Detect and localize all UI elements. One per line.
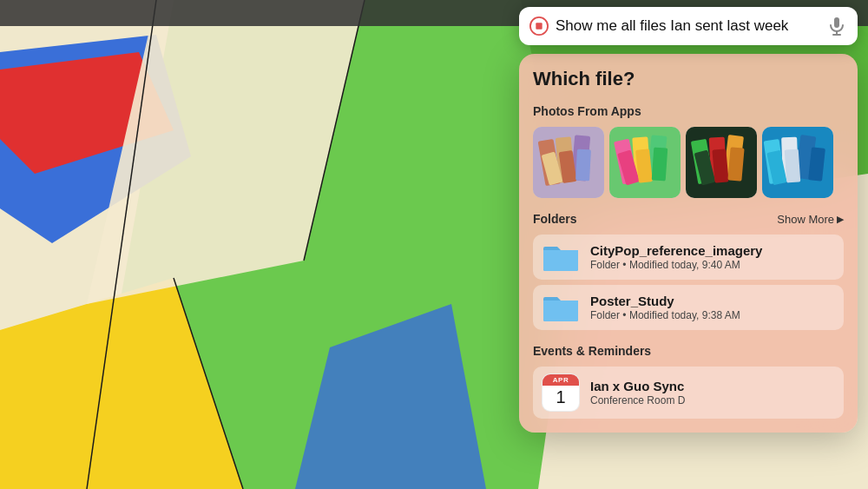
- search-input[interactable]: [556, 17, 819, 35]
- results-title: Which file?: [533, 68, 844, 90]
- mic-icon[interactable]: [826, 16, 847, 36]
- svg-rect-12: [536, 23, 542, 29]
- folder-meta-1: Folder • Modified today, 9:40 AM: [590, 259, 835, 271]
- folder-name-1: CityPop_reference_imagery: [590, 243, 835, 258]
- svg-rect-42: [785, 149, 801, 182]
- svg-rect-22: [575, 149, 591, 182]
- events-section-header: Events & Reminders: [533, 344, 844, 358]
- svg-rect-36: [727, 147, 744, 181]
- folder-meta-2: Folder • Modified today, 9:38 AM: [590, 309, 835, 321]
- stop-icon[interactable]: [529, 17, 549, 36]
- folder-name-2: Poster_Study: [590, 294, 835, 308]
- photos-section-title: Photos From Apps: [533, 104, 641, 118]
- folders-section-header: Folders Show More ▶: [533, 212, 844, 226]
- photo-thumb-2[interactable]: [609, 127, 681, 198]
- photos-section: Photos From Apps: [533, 104, 844, 198]
- calendar-icon: APR 1: [542, 373, 580, 412]
- show-more-button[interactable]: Show More ▶: [777, 213, 844, 226]
- folder-icon-1: [542, 241, 580, 273]
- results-panel: Which file? Photos From Apps: [519, 54, 858, 433]
- folder-item-2[interactable]: Poster_Study Folder • Modified today, 9:…: [533, 285, 844, 330]
- folder-item-1[interactable]: CityPop_reference_imagery Folder • Modif…: [533, 235, 844, 280]
- photo-thumb-3[interactable]: [686, 127, 757, 198]
- folders-section: Folders Show More ▶ CityPop_reference_im…: [533, 212, 844, 330]
- event-name-1: Ian x Guo Sync: [590, 379, 835, 393]
- event-item-1[interactable]: APR 1 Ian x Guo Sync Conference Room D: [533, 367, 844, 419]
- event-location-1: Conference Room D: [590, 394, 835, 406]
- cal-month: APR: [542, 374, 579, 386]
- svg-rect-13: [834, 17, 839, 28]
- photos-section-header: Photos From Apps: [533, 104, 844, 118]
- event-info-1: Ian x Guo Sync Conference Room D: [590, 379, 835, 406]
- cal-day: 1: [556, 386, 565, 408]
- folder-icon-2: [542, 292, 580, 323]
- events-section-title: Events & Reminders: [533, 344, 651, 358]
- folders-section-title: Folders: [533, 212, 577, 226]
- photo-thumb-4[interactable]: [762, 127, 833, 198]
- events-section: Events & Reminders APR 1 Ian x Guo Sync …: [533, 344, 844, 419]
- folder-info-2: Poster_Study Folder • Modified today, 9:…: [590, 294, 835, 321]
- svg-rect-29: [652, 147, 668, 181]
- photos-grid: [533, 127, 844, 198]
- search-bar: [519, 7, 858, 45]
- photo-thumb-1[interactable]: [533, 127, 604, 198]
- show-more-arrow-icon: ▶: [837, 214, 844, 225]
- svg-rect-35: [712, 149, 728, 182]
- folder-info-1: CityPop_reference_imagery Folder • Modif…: [590, 243, 835, 271]
